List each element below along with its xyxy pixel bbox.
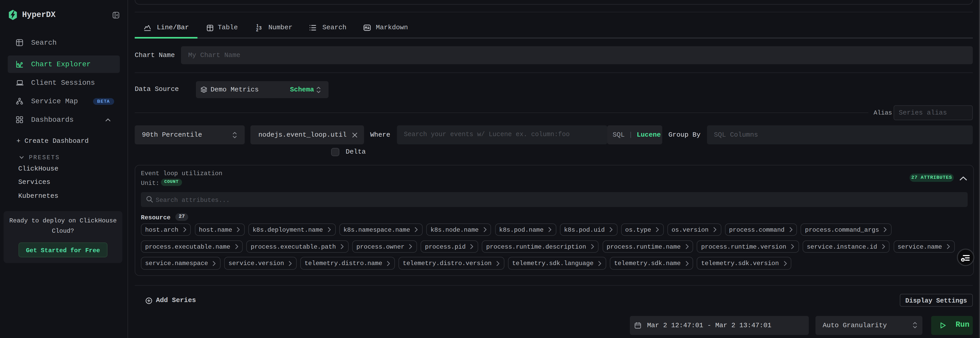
svg-text:3: 3 [259, 25, 262, 30]
svg-text:2: 2 [256, 28, 258, 32]
svg-text:1: 1 [256, 24, 259, 28]
